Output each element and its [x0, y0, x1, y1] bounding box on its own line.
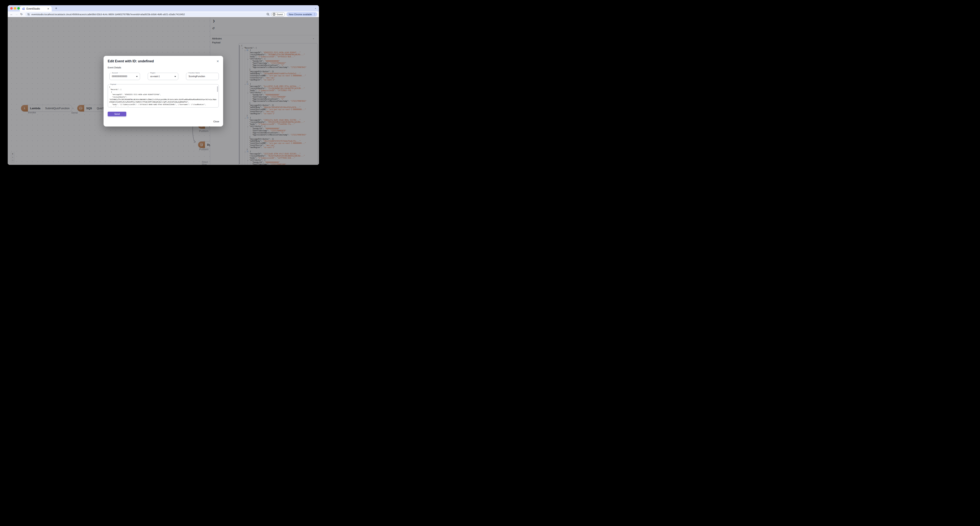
window-close-button[interactable] [10, 7, 13, 10]
menu-kebab-icon[interactable]: ⋮ [313, 13, 316, 16]
region-select[interactable]: Region us-east-1 [148, 73, 178, 80]
back-button[interactable]: ← [9, 13, 14, 16]
tab-search-chevron-icon[interactable]: ⌄ [315, 7, 317, 10]
window-zoom-button[interactable] [17, 7, 20, 10]
screen: EventStudio ✕ + ⌄ ← → ↻ eventstudio.loca… [0, 0, 327, 175]
toolbar-right-cluster: Guest New Chrome available ⋮ [266, 11, 317, 17]
function-name-input[interactable]: Function Name ScoringFunction [186, 73, 219, 80]
eventstudio-favicon-icon [22, 7, 25, 10]
browser-window: EventStudio ✕ + ⌄ ← → ↻ eventstudio.loca… [8, 5, 319, 165]
payload-field-label: Payload [110, 83, 117, 85]
event-details-label: Event Details [108, 66, 121, 69]
forward-button[interactable]: → [14, 13, 19, 16]
tab-close-icon[interactable]: ✕ [46, 7, 50, 11]
dropdown-caret-icon [136, 76, 138, 77]
region-label: Region [150, 72, 156, 74]
chrome-update-label: New Chrome available [289, 13, 312, 16]
function-name-label: Function Name [188, 72, 200, 74]
zoom-out-page-icon[interactable] [266, 13, 270, 16]
close-button[interactable]: Close [213, 120, 219, 123]
payload-scrollbar-thumb[interactable] [217, 86, 218, 92]
browser-tab[interactable]: EventStudio ✕ [20, 6, 52, 11]
account-label: Account [111, 72, 119, 74]
reload-button[interactable]: ↻ [19, 13, 24, 16]
edit-event-modal: Edit Event with ID: undefined ✕ Event De… [103, 56, 223, 126]
browser-toolbar: ← → ↻ eventstudio.localhost.localstack.c… [8, 11, 319, 17]
window-minimize-button[interactable] [14, 7, 16, 10]
url-text: eventstudio.localhost.localstack.cloud:4… [32, 13, 185, 16]
account-select[interactable]: Account 000000000000 [110, 73, 140, 80]
account-value: 000000000000 [110, 73, 140, 80]
modal-title: Edit Event with ID: undefined [108, 59, 154, 63]
payload-textarea[interactable]: Payload { "Records": [ { "messageId": "6… [108, 84, 219, 108]
modal-close-icon[interactable]: ✕ [216, 60, 219, 63]
payload-text: { "Records": [ { "messageId": "65032221-… [109, 86, 216, 107]
address-bar[interactable]: eventstudio.localhost.localstack.cloud:4… [25, 12, 274, 16]
tab-title: EventStudio [27, 7, 46, 10]
send-button[interactable]: Send [108, 112, 126, 116]
site-settings-icon[interactable] [27, 13, 30, 16]
dropdown-caret-icon [174, 76, 176, 77]
function-name-value: ScoringFunction [186, 73, 218, 80]
tab-strip: EventStudio ✕ + ⌄ [8, 5, 319, 11]
profile-label: Guest [277, 13, 283, 16]
region-value: us-east-1 [148, 73, 178, 80]
new-tab-button[interactable]: + [54, 6, 58, 10]
chrome-update-pill[interactable]: New Chrome available ⋮ [286, 12, 317, 16]
guest-avatar-icon [272, 13, 276, 16]
profile-chip[interactable]: Guest [271, 12, 285, 16]
